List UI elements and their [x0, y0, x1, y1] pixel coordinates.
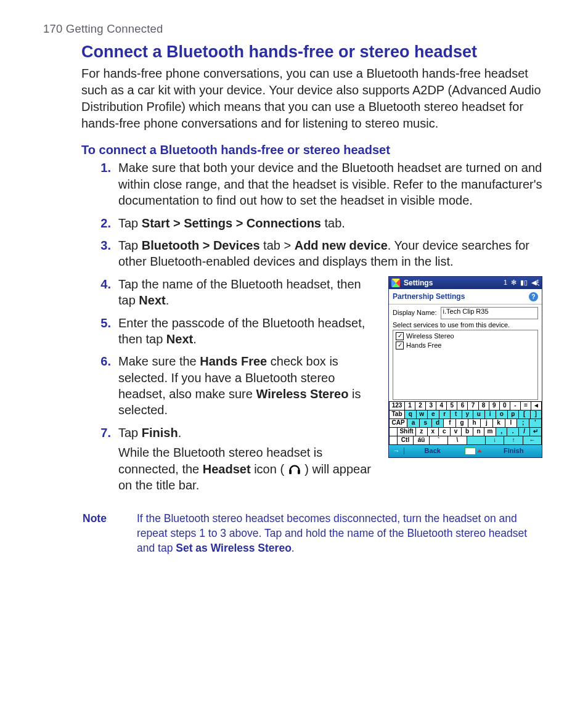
- step-text: Tap the name of the Bluetooth headset, t…: [118, 277, 361, 307]
- kbd-key[interactable]: ;: [517, 419, 529, 428]
- kbd-key[interactable]: =: [521, 402, 531, 411]
- help-icon[interactable]: ?: [529, 292, 538, 301]
- step-text: Make sure the Hands Free check box is se…: [118, 354, 361, 417]
- kbd-key[interactable]: 6: [457, 402, 468, 411]
- kbd-key[interactable]: t: [451, 411, 462, 419]
- kbd-key[interactable]: m: [484, 428, 496, 436]
- intro-paragraph: For hands-free phone conversations, you …: [81, 65, 542, 132]
- kbd-key[interactable]: x: [428, 428, 439, 436]
- kbd-backspace[interactable]: [531, 402, 542, 411]
- kbd-key[interactable]: ]: [531, 411, 542, 419]
- kbd-key[interactable]: z: [416, 428, 428, 436]
- kbd-key[interactable]: [389, 436, 398, 445]
- kbd-key[interactable]: w: [417, 411, 428, 419]
- service-hands-free[interactable]: ✓ Hands Free: [396, 341, 535, 349]
- kbd-key[interactable]: .: [507, 428, 519, 436]
- kbd-key[interactable]: p: [508, 411, 520, 419]
- services-listbox[interactable]: ✓ Wireless Stereo ✓ Hands Free: [393, 330, 538, 400]
- kbd-key[interactable]: áü: [414, 436, 430, 445]
- kbd-key[interactable]: 3: [426, 402, 436, 411]
- kbd-key[interactable]: u: [473, 411, 485, 419]
- kbd-key[interactable]: ←: [523, 436, 542, 445]
- kbd-key[interactable]: CAP: [389, 419, 407, 428]
- kbd-key[interactable]: c: [439, 428, 451, 436]
- kbd-key[interactable]: 2: [415, 402, 426, 411]
- checkbox-icon[interactable]: ✓: [396, 332, 404, 340]
- step-text: Enter the passcode of the Bluetooth head…: [118, 316, 365, 346]
- service-label: Wireless Stereo: [406, 333, 454, 340]
- kbd-key[interactable]: j: [481, 419, 493, 428]
- kbd-key[interactable]: l: [505, 419, 518, 428]
- kbd-space[interactable]: [467, 436, 486, 445]
- procedure-heading: To connect a Bluetooth hands-free or ste…: [81, 143, 542, 157]
- checkbox-icon[interactable]: ✓: [396, 341, 404, 349]
- step-number: 4.: [92, 276, 111, 292]
- step-4: 4. Tap the name of the Bluetooth headset…: [81, 276, 375, 309]
- step-number: 5.: [92, 315, 111, 331]
- note-body: If the Bluetooth stereo headset becomes …: [137, 512, 542, 555]
- kbd-key[interactable]: [389, 428, 398, 436]
- kbd-key[interactable]: a: [407, 419, 420, 428]
- kbd-key[interactable]: h: [468, 419, 481, 428]
- kbd-key[interactable]: i: [485, 411, 497, 419]
- kbd-key[interactable]: 1: [405, 402, 415, 411]
- display-name-input[interactable]: i.Tech Clip R35: [441, 307, 538, 319]
- kbd-key[interactable]: f: [444, 419, 456, 428]
- step-1: 1. Make sure that both your device and t…: [81, 160, 542, 208]
- kbd-key[interactable]: ↑: [504, 436, 523, 445]
- device-tray: 1 ✻ ▮▯ ◀ξ: [504, 279, 539, 286]
- kbd-key[interactable]: y: [462, 411, 474, 419]
- kbd-key[interactable]: k: [493, 419, 505, 428]
- kbd-key[interactable]: o: [496, 411, 508, 419]
- softkey-sip[interactable]: [461, 447, 486, 455]
- kbd-key[interactable]: q: [405, 411, 417, 419]
- kbd-key[interactable]: `: [430, 436, 448, 445]
- kbd-key[interactable]: 5: [447, 402, 457, 411]
- step-5: 5. Enter the passcode of the Bluetooth h…: [81, 315, 375, 348]
- headset-icon: [288, 464, 301, 476]
- kbd-key[interactable]: 123: [389, 402, 405, 411]
- tray-left-value: 1: [504, 279, 507, 286]
- kbd-key[interactable]: Tab: [389, 411, 405, 419]
- kbd-key[interactable]: 9: [489, 402, 500, 411]
- softkey-arrow-icon[interactable]: →: [389, 447, 404, 454]
- kbd-key[interactable]: /: [519, 428, 531, 436]
- kbd-key[interactable]: n: [473, 428, 485, 436]
- step-text: Make sure that both your device and the …: [118, 161, 542, 207]
- device-title: Settings: [404, 279, 433, 287]
- kbd-key[interactable]: Ctl: [398, 436, 414, 445]
- svg-rect-1: [298, 470, 300, 474]
- kbd-key[interactable]: -: [510, 402, 521, 411]
- softkey-finish[interactable]: Finish: [486, 447, 542, 455]
- kbd-key[interactable]: 7: [468, 402, 478, 411]
- step-3: 3. Tap Bluetooth > Devices tab > Add new…: [81, 237, 542, 270]
- kbd-key[interactable]: g: [456, 419, 468, 428]
- kbd-key[interactable]: \: [448, 436, 467, 445]
- kbd-key[interactable]: e: [428, 411, 439, 419]
- kbd-key[interactable]: v: [451, 428, 462, 436]
- step-7: 7. Tap Finish. While the Bluetooth stere…: [81, 425, 375, 494]
- running-header: 170 Getting Connected: [43, 22, 553, 36]
- speaker-icon: ◀ξ: [531, 279, 539, 286]
- kbd-key[interactable]: 4: [436, 402, 447, 411]
- onscreen-keyboard[interactable]: 123 1 2 3 4 5 6 7 8 9 0 - =: [389, 401, 542, 445]
- kbd-key[interactable]: d: [432, 419, 444, 428]
- kbd-key[interactable]: ': [529, 419, 542, 428]
- step-number: 2.: [92, 215, 111, 231]
- kbd-key[interactable]: 8: [479, 402, 489, 411]
- service-wireless-stereo[interactable]: ✓ Wireless Stereo: [396, 332, 535, 340]
- kbd-key[interactable]: ,: [496, 428, 508, 436]
- note-block: Note If the Bluetooth stereo headset bec…: [81, 512, 542, 555]
- kbd-key[interactable]: r: [439, 411, 451, 419]
- kbd-enter-icon[interactable]: ↵: [530, 428, 542, 436]
- kbd-key[interactable]: 0: [500, 402, 510, 411]
- kbd-key[interactable]: b: [462, 428, 473, 436]
- kbd-key[interactable]: [: [519, 411, 531, 419]
- kbd-key[interactable]: Shift: [398, 428, 416, 436]
- kbd-key[interactable]: ↓: [486, 436, 504, 445]
- step-number: 1.: [92, 160, 111, 176]
- softkey-back[interactable]: Back: [404, 447, 461, 455]
- kbd-key[interactable]: s: [420, 419, 432, 428]
- services-caption: Select services to use from this device.: [393, 322, 538, 329]
- step-text: Tap Finish.: [118, 426, 181, 439]
